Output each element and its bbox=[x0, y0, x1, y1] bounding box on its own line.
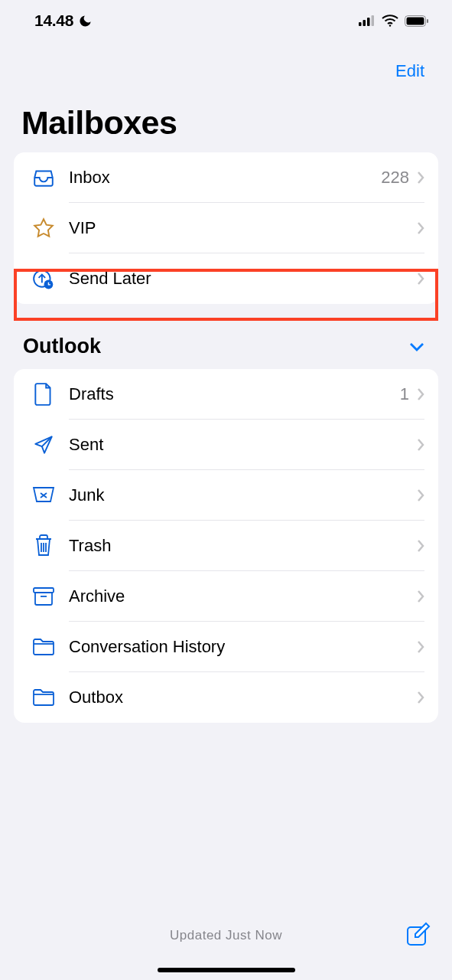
chevron-right-icon bbox=[417, 272, 424, 286]
document-icon bbox=[29, 382, 58, 407]
status-bar: 14.48 bbox=[0, 0, 452, 41]
trash-icon bbox=[29, 534, 58, 558]
junk-row[interactable]: Junk bbox=[14, 470, 438, 521]
inbox-count: 228 bbox=[381, 168, 409, 188]
chevron-right-icon bbox=[417, 640, 424, 654]
drafts-row[interactable]: Drafts 1 bbox=[14, 369, 438, 420]
chevron-right-icon bbox=[417, 171, 424, 185]
send-later-label: Send Later bbox=[69, 269, 417, 289]
chevron-down-icon bbox=[409, 342, 424, 351]
archive-row[interactable]: Archive bbox=[14, 571, 438, 622]
wifi-icon bbox=[382, 15, 398, 27]
trash-row[interactable]: Trash bbox=[14, 521, 438, 571]
folder-icon bbox=[29, 637, 58, 657]
svg-point-4 bbox=[389, 24, 391, 26]
chevron-right-icon bbox=[417, 488, 424, 502]
vip-label: VIP bbox=[69, 218, 417, 238]
compose-button[interactable] bbox=[405, 922, 431, 948]
chevron-right-icon bbox=[417, 539, 424, 553]
sent-row[interactable]: Sent bbox=[14, 420, 438, 470]
chevron-right-icon bbox=[417, 590, 424, 603]
drafts-label: Drafts bbox=[69, 384, 400, 404]
status-time: 14.48 bbox=[34, 11, 73, 30]
send-later-icon bbox=[29, 267, 58, 290]
inbox-row[interactable]: Inbox 228 bbox=[14, 152, 438, 203]
inbox-label: Inbox bbox=[69, 168, 381, 188]
outbox-row[interactable]: Outbox bbox=[14, 672, 438, 723]
outlook-section-title: Outlook bbox=[23, 335, 101, 358]
chevron-right-icon bbox=[417, 691, 424, 704]
cellular-icon bbox=[359, 15, 376, 26]
home-indicator[interactable] bbox=[158, 968, 295, 972]
inbox-icon bbox=[29, 166, 58, 189]
svg-rect-2 bbox=[367, 18, 370, 26]
junk-icon bbox=[29, 485, 58, 506]
nav-bar: Edit bbox=[0, 41, 452, 87]
svg-rect-7 bbox=[427, 19, 428, 23]
conversation-history-label: Conversation History bbox=[69, 637, 417, 657]
trash-label: Trash bbox=[69, 536, 417, 556]
update-status: Updated Just Now bbox=[170, 928, 282, 943]
drafts-count: 1 bbox=[400, 384, 409, 404]
outlook-section-header[interactable]: Outlook bbox=[0, 304, 452, 369]
send-later-row[interactable]: Send Later bbox=[14, 253, 438, 304]
folder-icon bbox=[29, 688, 58, 707]
mailboxes-list: Inbox 228 VIP Send Later bbox=[14, 152, 438, 304]
svg-rect-3 bbox=[372, 15, 375, 26]
svg-rect-6 bbox=[407, 17, 424, 24]
chevron-right-icon bbox=[417, 387, 424, 401]
outbox-label: Outbox bbox=[69, 688, 417, 707]
svg-rect-10 bbox=[34, 588, 54, 593]
outlook-list: Drafts 1 Sent Junk bbox=[14, 369, 438, 723]
svg-rect-1 bbox=[363, 20, 366, 26]
chevron-right-icon bbox=[417, 221, 424, 235]
junk-label: Junk bbox=[69, 485, 417, 505]
star-icon bbox=[29, 217, 58, 240]
footer: Updated Just Now bbox=[0, 928, 452, 943]
status-time-group: 14.48 bbox=[34, 11, 93, 30]
chevron-right-icon bbox=[417, 438, 424, 452]
moon-icon bbox=[78, 14, 93, 28]
sent-label: Sent bbox=[69, 435, 417, 455]
status-indicators bbox=[359, 15, 429, 27]
archive-icon bbox=[29, 586, 58, 607]
battery-icon bbox=[405, 15, 429, 27]
svg-rect-0 bbox=[359, 22, 362, 26]
page-title: Mailboxes bbox=[0, 87, 452, 152]
archive-label: Archive bbox=[69, 586, 417, 606]
paper-plane-icon bbox=[29, 433, 58, 456]
vip-row[interactable]: VIP bbox=[14, 203, 438, 253]
edit-button[interactable]: Edit bbox=[395, 61, 424, 81]
conversation-history-row[interactable]: Conversation History bbox=[14, 622, 438, 672]
